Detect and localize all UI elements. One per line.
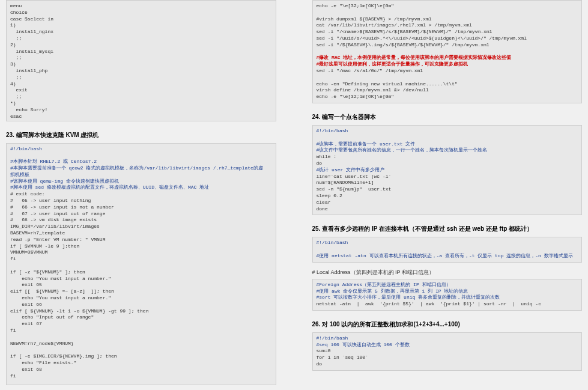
code-body: sed -i "/mac /s/a1/0c/" /tmp/myvm.xml ec… — [317, 68, 458, 99]
comment-line: #该文件中需要包含所有姓名的信息，一行一个姓名，脚本每次随机显示一个姓名 — [317, 147, 488, 153]
local-address-text: # Local Address（第四列是本机的 IP 和端口信息） — [312, 269, 583, 276]
heading-23: 23. 编写脚本快速克隆 KVM 虚拟机 — [6, 131, 276, 139]
heading-25: 25. 查看有多少远程的 IP 在连接本机（不管是通过 ssh 还是 web 还… — [312, 225, 583, 233]
exit-codes: # exit code: # 65 -> user input nothing … — [10, 191, 114, 222]
code-block-menu: menu choice case $select in 1) install_n… — [6, 0, 276, 121]
code-body: IMG_DIR=/var/lib/libvirt/images BASEVM=r… — [10, 224, 258, 385]
shebang: #!/bin/bash — [10, 146, 42, 151]
code-body: line=`cat user.txt |wc -l` num=$[RANDOM%… — [317, 174, 392, 212]
comment-line: #使用 awk 命令仅显示第 5 列数据，再显示第 1 列 IP 地址的信息 — [317, 288, 468, 294]
code-block-25a: #!/bin/bash #使用 netstat -atn 可以查看本机所有连接的… — [312, 237, 583, 262]
comment-line: #本脚本针对 RHEL7.2 或 Centos7.2 — [10, 159, 97, 164]
comment-line: #本脚本需要提前准备一个 qcow2 格式的虚拟机模板，名称为/var/lib/… — [10, 165, 263, 171]
code-block-26: #!/bin/bash #seq 100 可以快速自动生成 100 个整数 su… — [312, 332, 583, 371]
comment-line: #Foreign Address（第五列是远程主机的 IP 和端口信息） — [317, 282, 451, 287]
code-block-24: #!/bin/bash #该脚本，需要提前准备一个 user.txt 文件 #该… — [312, 125, 583, 215]
left-column: menu choice case $select in 1) install_n… — [6, 0, 276, 390]
code-block-top: echo -e "\e[32;1m[OK]\e[0m" #virsh dumpx… — [312, 0, 583, 103]
right-column: echo -e "\e[32;1m[OK]\e[0m" #virsh dumpx… — [312, 0, 583, 390]
code-block-25b: #Foreign Address（第五列是远程主机的 IP 和端口信息） #使用… — [312, 279, 583, 311]
comment-line: #sort 可以按数字大小排序，最后使用 uniq 将多余重复的删除，并统计重复… — [317, 294, 500, 300]
comment-line: #使用 netstat -atn 可以查看本机所有连接的状态，-a 查看所有，-… — [317, 253, 573, 258]
shebang: #!/bin/bash — [317, 335, 348, 341]
comment-line: #脚本使用 sed 修改模板虚拟机的配置文件，将虚拟机名称、UUID、磁盘文件名… — [10, 184, 209, 190]
comment-red: #修改 MAC 地址，本例使用的是常量，每位使用该脚本的用户需要根据实际情况修改… — [317, 55, 512, 60]
shebang: #!/bin/bash — [317, 240, 348, 245]
comment-line: #该脚本使用 qemu-img 命令快速创建快照虚拟机 — [10, 178, 119, 184]
heading-26: 26. 对 100 以内的所有正整数相加求和(1+2+3+4...+100) — [312, 320, 583, 329]
comment-line: 拟机模板 — [10, 172, 29, 177]
code-body: sum=0 for i in `seq 100` do — [317, 348, 368, 367]
shebang: #!/bin/bash — [317, 128, 348, 133]
code-body: netstat -atn | awk '{print $5}' | awk '{… — [317, 301, 541, 306]
code-body: echo -e "\e[32;1m[OK]\e[0m" #virsh dumpx… — [317, 3, 527, 47]
comment-line: #该脚本，需要提前准备一个 user.txt 文件 — [317, 141, 416, 147]
code-body: while : do — [317, 154, 337, 166]
page-container: menu choice case $select in 1) install_n… — [0, 0, 588, 390]
comment-line: #seq 100 可以快速自动生成 100 个整数 — [317, 342, 410, 347]
code-block-23: #!/bin/bash #本脚本针对 RHEL7.2 或 Centos7.2 #… — [6, 143, 276, 385]
comment-red: #最好这里可以使用便利，这样更适合于批量操作，可以克隆更多虚拟机 — [317, 61, 468, 67]
heading-24: 24. 编写一个点名器脚本 — [312, 113, 583, 121]
comment-line: #统计 user 文件中有多少用户 — [317, 167, 385, 172]
